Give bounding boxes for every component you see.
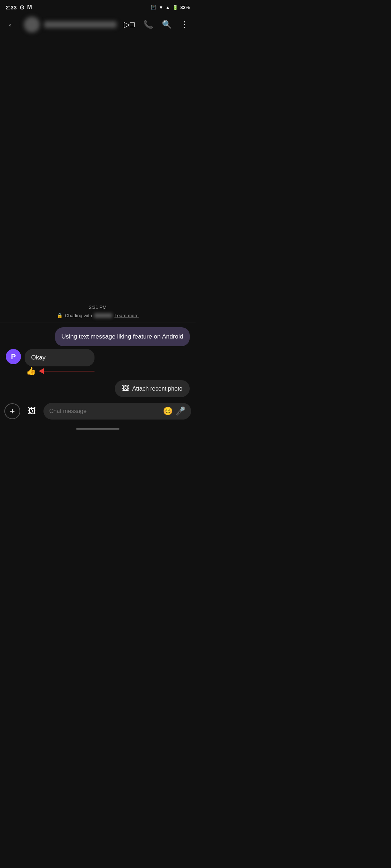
received-message-text: Okay [31, 354, 46, 361]
status-bar: 2:33 ⊙ M 📳 ▼ ▲ 🔋 82% [0, 0, 196, 13]
sent-bubble[interactable]: Using text message liking feature on And… [55, 327, 190, 346]
mic-button[interactable]: 🎤 [176, 407, 185, 416]
reaction-container: 👍 [25, 366, 94, 376]
learn-more-link[interactable]: Learn more [114, 313, 138, 318]
message-input[interactable] [49, 408, 160, 414]
input-field-container: 😊 🎤 [43, 403, 191, 420]
input-row: + 🖼 😊 🎤 [0, 400, 196, 425]
sent-message: Using text message liking feature on And… [55, 327, 190, 346]
message-timestamp: 2:31 PM [89, 305, 106, 310]
search-icon[interactable]: 🔍 [159, 17, 175, 32]
lock-icon: 🔒 [57, 313, 63, 318]
chat-spacer [0, 36, 196, 302]
attach-button[interactable]: 🖼 [24, 403, 40, 419]
attach-recent-button[interactable]: 🖼 Attach recent photo [115, 380, 190, 397]
contact-avatar[interactable] [24, 17, 40, 33]
contact-name[interactable] [44, 21, 117, 28]
wifi-icon: ▼ [159, 5, 163, 10]
reaction-arrow [39, 368, 94, 374]
chatting-with-bar: 🔒 Chatting with Learn more [0, 311, 196, 323]
add-icon: + [10, 406, 15, 416]
status-time: 2:33 ⊙ M [6, 4, 32, 11]
photo-icon: 🖼 [122, 384, 129, 393]
arrow-line [44, 371, 94, 371]
signal-icon: ▲ [165, 5, 170, 10]
battery-icon: 🔋 [172, 5, 178, 10]
sender-avatar: P [6, 349, 21, 364]
gmail-icon: M [27, 4, 32, 10]
app-bar: ← ▷□ 📞 🔍 ⋮ [0, 13, 196, 36]
home-indicator [0, 425, 196, 434]
avatar-initial: P [11, 353, 16, 361]
attach-recent-label: Attach recent photo [132, 386, 182, 392]
received-bubble[interactable]: Okay [25, 349, 94, 366]
status-indicators: 📳 ▼ ▲ 🔋 82% [151, 5, 190, 10]
reaction-emoji[interactable]: 👍 [26, 366, 36, 376]
attach-icon: 🖼 [28, 407, 36, 416]
emoji-button[interactable]: 😊 [163, 407, 173, 416]
battery-percentage: 82% [180, 5, 190, 10]
chat-area: 2:31 PM 🔒 Chatting with Learn more Using… [0, 36, 196, 387]
home-bar [76, 428, 119, 430]
phone-icon[interactable]: 📞 [140, 17, 156, 32]
sent-message-text: Using text message liking feature on And… [62, 333, 183, 340]
action-buttons: ▷□ 📞 🔍 ⋮ [121, 17, 191, 32]
attach-recent-row: 🖼 Attach recent photo [0, 377, 196, 400]
video-call-icon[interactable]: ▷□ [121, 17, 138, 32]
time-display: 2:33 [6, 4, 17, 10]
chatting-with-text: Chatting with [65, 313, 92, 318]
vibrate-icon: 📳 [151, 5, 156, 10]
timestamp: 2:31 PM [0, 302, 196, 311]
more-options-icon[interactable]: ⋮ [177, 17, 191, 32]
contact-name-blurred [94, 313, 112, 318]
back-button[interactable]: ← [4, 16, 20, 33]
bottom-area: 🖼 Attach recent photo + 🖼 😊 🎤 [0, 377, 196, 434]
arrow-head [39, 368, 44, 374]
add-button[interactable]: + [4, 403, 20, 419]
whatsapp-icon: ⊙ [20, 4, 24, 11]
